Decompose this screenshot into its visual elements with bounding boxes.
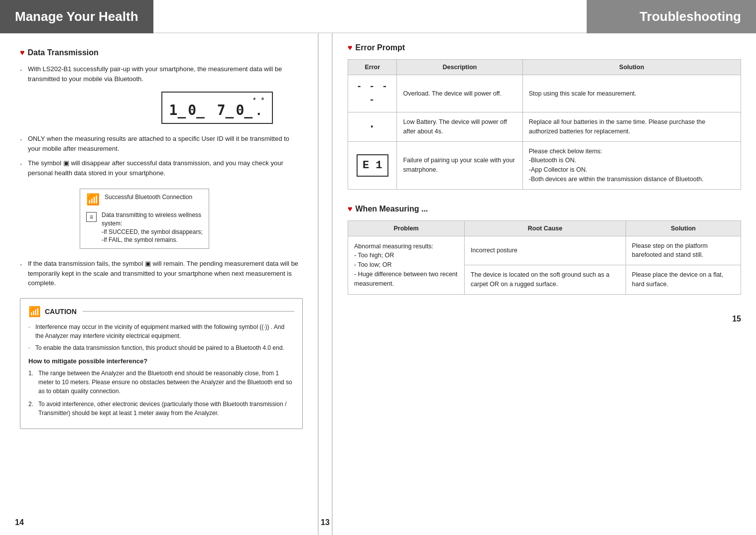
scale-display: * ⁰ 1̲0̲ 7̲0̲. bbox=[161, 92, 273, 124]
measure-row-2-root-cause: The device is located on the soft ground… bbox=[465, 265, 626, 295]
page-number-right-wrapper: 15 bbox=[348, 295, 741, 323]
caution-steps: 1. The range between the Analyzer and th… bbox=[28, 369, 294, 418]
measure-col-root-cause: Root Cause bbox=[465, 220, 626, 236]
error-display-dot: · bbox=[354, 118, 390, 136]
bt-data-row: ≡ Data transmitting to wireless wellness… bbox=[86, 211, 203, 244]
bullet-2-text: ONLY when the measuring results are atta… bbox=[28, 135, 289, 152]
bt-menu-icon: ≡ bbox=[86, 212, 97, 222]
heart-icon-measure: ♥ bbox=[348, 205, 353, 214]
error-row-3-desc: Failure of pairing up your scale with yo… bbox=[397, 141, 522, 189]
error-row-2-sol: Replace all four batteries in the same t… bbox=[522, 112, 741, 142]
error-row-1-sol: Stop using this scale for measurement. bbox=[522, 75, 741, 112]
error-row-2-display: · bbox=[348, 112, 397, 142]
page-number-center: 13 bbox=[321, 518, 330, 527]
caution-sub-title: How to mitigate possible interference? bbox=[28, 357, 294, 365]
caution-step-1: 1. The range between the Analyzer and th… bbox=[28, 369, 294, 396]
bullet-2: ONLY when the measuring results are atta… bbox=[20, 134, 303, 153]
measure-row-1-solution: Please step on the platform barefooted a… bbox=[626, 236, 741, 265]
error-col-solution: Solution bbox=[522, 60, 741, 75]
page-right: ♥ Error Prompt Error Description Solutio… bbox=[333, 33, 756, 535]
right-title-text: Troubleshooting bbox=[639, 9, 741, 24]
bullet-4: If the data transmission fails, the symb… bbox=[20, 259, 303, 288]
header-center-spacer bbox=[153, 0, 587, 33]
bluetooth-icon: 📶 bbox=[86, 193, 100, 206]
when-measuring-title: When Measuring ... bbox=[356, 205, 428, 214]
measure-col-solution: Solution bbox=[626, 220, 741, 236]
error-row-3: E 1 Failure of pairing up your scale wit… bbox=[348, 141, 741, 189]
caution-title-text: CAUTION bbox=[45, 308, 77, 316]
measure-row-2-solution: Please place the device on a flat, hard … bbox=[626, 265, 741, 295]
error-col-error: Error bbox=[348, 60, 397, 75]
caution-title: 📶 CAUTION bbox=[28, 306, 294, 318]
heart-icon: ♥ bbox=[20, 48, 25, 57]
data-transmission-bullets-2: ONLY when the measuring results are atta… bbox=[20, 134, 303, 178]
error-display-e1: E 1 bbox=[357, 154, 388, 177]
left-title-text: Manage Your Health bbox=[15, 9, 138, 24]
measure-table-header: Problem Root Cause Solution bbox=[348, 220, 741, 236]
data-transmission-bullets: With LS202-B1 successfully pair-up with … bbox=[20, 64, 303, 84]
error-table: Error Description Solution - - - - Overl… bbox=[348, 59, 741, 190]
caution-bullet-1: Interference may occur in the vicinity o… bbox=[28, 322, 294, 340]
measure-row-1-problem: Abnormal measuring results: - Too high; … bbox=[348, 236, 465, 294]
measure-table: Problem Root Cause Solution Abnormal mea… bbox=[348, 220, 741, 295]
bt-success-text: Successful Bluetooth Connection bbox=[105, 193, 192, 202]
header-row: Manage Your Health Troubleshooting bbox=[0, 0, 756, 33]
error-row-2: · Low Battery. The device will power off… bbox=[348, 112, 741, 142]
caution-box: 📶 CAUTION Interference may occur in the … bbox=[20, 298, 303, 429]
bullet-1-text: With LS202-B1 successfully pair-up with … bbox=[28, 65, 282, 83]
error-row-1-desc: Overload. The device will power off. bbox=[397, 75, 522, 112]
data-transmission-title: Data Transmission bbox=[28, 48, 99, 57]
caution-step-1-text: The range between the Analyzer and the B… bbox=[38, 370, 292, 395]
caution-bullet-1-text: Interference may occur in the vicinity o… bbox=[35, 323, 284, 339]
error-prompt-title: Error Prompt bbox=[356, 43, 405, 52]
page-center: 13 bbox=[319, 33, 333, 535]
bullet-1: With LS202-B1 successfully pair-up with … bbox=[20, 64, 303, 84]
caution-step-2: 2. To avoid interference, other electron… bbox=[28, 400, 294, 418]
error-row-3-display: E 1 bbox=[348, 141, 397, 189]
bt-data-text: Data transmitting to wireless wellness s… bbox=[102, 211, 203, 244]
error-row-1: - - - - Overload. The device will power … bbox=[348, 75, 741, 112]
bullet-3-text: The symbol ▣ will disappear after succes… bbox=[28, 159, 283, 177]
error-col-description: Description bbox=[397, 60, 522, 75]
data-transmission-heading: ♥ Data Transmission bbox=[20, 48, 303, 57]
caution-bullet-2-text: To enable the data transmission function… bbox=[35, 344, 284, 351]
caution-bullets: Interference may occur in the vicinity o… bbox=[28, 322, 294, 352]
bluetooth-info-box: 📶 Successful Bluetooth Connection ≡ Data… bbox=[80, 189, 209, 249]
header-left-title: Manage Your Health bbox=[0, 0, 153, 33]
error-row-2-desc: Low Battery. The device will power off a… bbox=[397, 112, 522, 142]
page-number-left: 14 bbox=[15, 518, 24, 527]
bullet-4-text: If the data transmission fails, the symb… bbox=[28, 260, 298, 287]
caution-bullet-2: To enable the data transmission function… bbox=[28, 343, 294, 352]
error-prompt-heading: ♥ Error Prompt bbox=[348, 43, 741, 52]
error-display-dashes: - - - - bbox=[354, 80, 390, 107]
caution-step-2-text: To avoid interference, other electronic … bbox=[38, 401, 286, 417]
bt-success-row: 📶 Successful Bluetooth Connection bbox=[86, 193, 203, 206]
measure-row-1: Abnormal measuring results: - Too high; … bbox=[348, 236, 741, 265]
header-right-title: Troubleshooting bbox=[587, 0, 756, 33]
measure-row-1-root-cause: Incorrect posture bbox=[465, 236, 626, 265]
page-left: ♥ Data Transmission With LS202-B1 succes… bbox=[0, 33, 319, 535]
error-table-header: Error Description Solution bbox=[348, 60, 741, 75]
page-number-right: 15 bbox=[732, 315, 741, 323]
error-row-3-sol: Please check below items:-Bluetooth is O… bbox=[522, 141, 741, 189]
main-content: ♥ Data Transmission With LS202-B1 succes… bbox=[0, 33, 756, 535]
heart-icon-error: ♥ bbox=[348, 43, 353, 52]
bullet-3: The symbol ▣ will disappear after succes… bbox=[20, 158, 303, 178]
data-transmission-bullets-3: If the data transmission fails, the symb… bbox=[20, 259, 303, 288]
error-row-1-display: - - - - bbox=[348, 75, 397, 112]
caution-icon: 📶 bbox=[28, 306, 41, 318]
when-measuring-heading: ♥ When Measuring ... bbox=[348, 205, 741, 214]
caution-divider bbox=[83, 311, 294, 312]
measure-col-problem: Problem bbox=[348, 220, 465, 236]
